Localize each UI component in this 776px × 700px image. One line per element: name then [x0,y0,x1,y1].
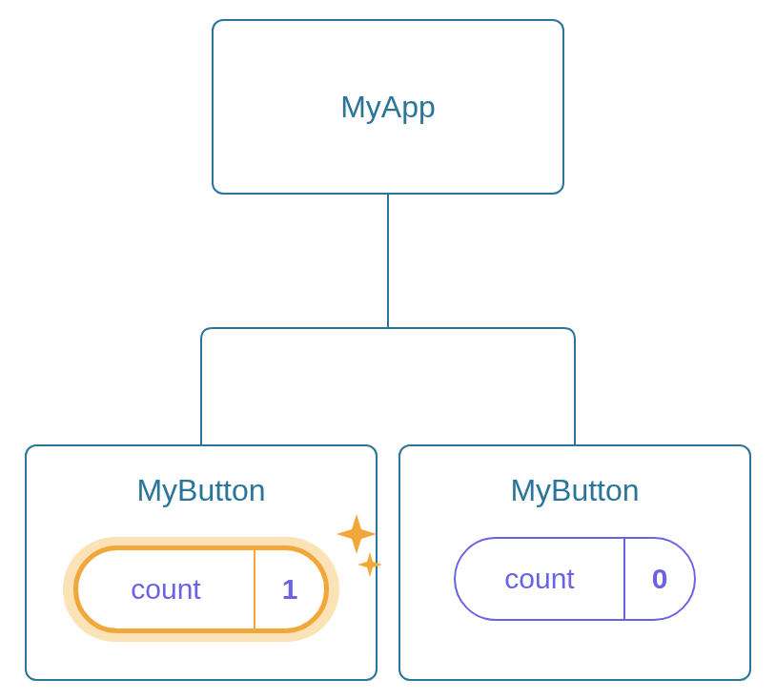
child-component-label: MyButton [136,473,265,508]
state-pill-wrapper: count 0 [454,537,696,621]
state-pill-highlighted: count 1 [73,546,329,633]
state-pill-glow: count 1 [63,537,339,642]
sparkle-icon [318,508,385,594]
root-component-node: MyApp [212,19,564,195]
component-tree-diagram: MyApp MyButton count 1 MyButton count [0,0,776,700]
root-component-label: MyApp [340,90,436,125]
state-pill: count 0 [454,537,696,621]
state-label: count [78,573,254,606]
child-component-node-right: MyButton count 0 [398,444,751,681]
state-value: 1 [255,573,324,606]
child-component-label: MyButton [510,473,639,508]
state-label: count [456,563,623,595]
state-pill-highlighted-wrapper: count 1 [63,537,339,642]
child-component-node-left: MyButton count 1 [25,444,378,681]
state-value: 0 [625,563,694,595]
